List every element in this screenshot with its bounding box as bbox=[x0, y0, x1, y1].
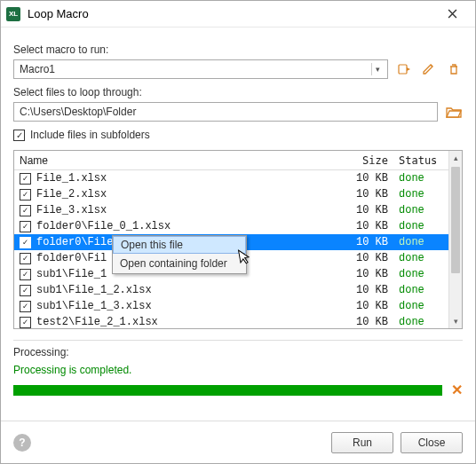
row-checkbox[interactable]: ✓ bbox=[20, 253, 31, 264]
table-row[interactable]: ✓sub1\File_1_2.xlsx10 KBdone bbox=[14, 282, 448, 298]
column-size[interactable]: Size bbox=[349, 154, 393, 167]
row-status: done bbox=[393, 188, 448, 201]
row-filename: folder0\File_0_1.xlsx bbox=[36, 220, 349, 232]
table-row[interactable]: ✓sub1\File_1_3.xlsx10 KBdone bbox=[14, 298, 448, 314]
row-checkbox[interactable]: ✓ bbox=[20, 285, 31, 296]
row-status: done bbox=[393, 204, 448, 216]
dialog-window: XL Loop Macro Select macro to run: Macro… bbox=[0, 0, 476, 464]
window-title: Loop Macro bbox=[28, 7, 434, 20]
processing-status: Processing is completed. bbox=[13, 364, 463, 376]
dialog-footer: ? Run Close bbox=[1, 421, 475, 463]
divider bbox=[13, 340, 463, 341]
row-checkbox[interactable]: ✓ bbox=[20, 205, 31, 216]
context-menu: Open this file Open containing folder bbox=[112, 235, 247, 274]
table-row[interactable]: ✓test2\File_2_1.xlsx10 KBdone bbox=[14, 314, 448, 328]
include-subfolders-label: Include files in subfolders bbox=[30, 129, 150, 141]
table-row[interactable]: ✓File_2.xlsx10 KBdone bbox=[14, 186, 448, 202]
row-size: 10 KB bbox=[349, 172, 393, 185]
window-close-button[interactable] bbox=[434, 2, 470, 27]
macro-select[interactable]: Macro1 ▾ bbox=[13, 59, 388, 79]
table-row[interactable]: ✓File_3.xlsx10 KBdone bbox=[14, 202, 448, 218]
row-checkbox[interactable]: ✓ bbox=[20, 301, 31, 312]
delete-macro-button[interactable] bbox=[445, 60, 463, 78]
row-checkbox[interactable]: ✓ bbox=[20, 269, 31, 280]
row-size: 10 KB bbox=[349, 220, 393, 232]
row-checkbox[interactable]: ✓ bbox=[20, 237, 31, 248]
file-list: Name Size Status ✓File_1.xlsx10 KBdone✓F… bbox=[13, 150, 463, 329]
titlebar: XL Loop Macro bbox=[1, 1, 475, 28]
table-row[interactable]: ✓File_1.xlsx10 KBdone bbox=[14, 170, 448, 186]
cancel-processing-button[interactable]: ✕ bbox=[451, 381, 463, 398]
app-icon: XL bbox=[6, 7, 20, 21]
folder-path-value: C:\Users\Desktop\Folder bbox=[20, 106, 136, 118]
chevron-down-icon: ▾ bbox=[371, 63, 384, 75]
dialog-body: Select macro to run: Macro1 ▾ Select fil… bbox=[1, 28, 475, 421]
row-size: 10 KB bbox=[349, 204, 393, 216]
row-size: 10 KB bbox=[349, 188, 393, 201]
row-size: 10 KB bbox=[349, 252, 393, 264]
row-filename: File_3.xlsx bbox=[36, 204, 349, 216]
close-button[interactable]: Close bbox=[401, 432, 463, 453]
macro-select-label: Select macro to run: bbox=[13, 43, 463, 56]
column-status[interactable]: Status bbox=[393, 154, 448, 167]
scroll-up-button[interactable]: ▴ bbox=[449, 151, 462, 165]
progress-bar bbox=[13, 385, 442, 396]
macro-select-value: Macro1 bbox=[20, 63, 55, 75]
run-selected-macro-button[interactable] bbox=[395, 60, 413, 78]
row-status: done bbox=[393, 172, 448, 185]
scrollbar[interactable]: ▴ ▾ bbox=[448, 151, 462, 328]
row-filename: test2\File_2_1.xlsx bbox=[36, 316, 349, 328]
edit-macro-button[interactable] bbox=[420, 60, 438, 78]
row-size: 10 KB bbox=[349, 236, 393, 248]
row-filename: sub1\File_1_3.xlsx bbox=[36, 300, 349, 312]
context-menu-open-file[interactable]: Open this file bbox=[113, 236, 246, 254]
row-checkbox[interactable]: ✓ bbox=[20, 221, 31, 232]
include-subfolders-checkbox[interactable]: ✓ bbox=[13, 130, 25, 141]
row-size: 10 KB bbox=[349, 316, 393, 328]
row-checkbox[interactable]: ✓ bbox=[20, 189, 31, 201]
scroll-thumb[interactable] bbox=[451, 167, 460, 273]
files-label: Select files to loop through: bbox=[13, 86, 463, 98]
row-size: 10 KB bbox=[349, 284, 393, 296]
row-size: 10 KB bbox=[349, 300, 393, 312]
row-checkbox[interactable]: ✓ bbox=[20, 173, 31, 185]
row-status: done bbox=[393, 284, 448, 296]
row-checkbox[interactable]: ✓ bbox=[20, 317, 31, 328]
row-filename: sub1\File_1_2.xlsx bbox=[36, 284, 349, 296]
row-filename: File_2.xlsx bbox=[36, 188, 349, 201]
row-status: done bbox=[393, 236, 448, 248]
folder-path-input[interactable]: C:\Users\Desktop\Folder bbox=[13, 102, 438, 122]
table-row[interactable]: ✓folder0\File_0_1.xlsx10 KBdone bbox=[14, 218, 448, 234]
help-button[interactable]: ? bbox=[13, 434, 31, 452]
svg-rect-0 bbox=[399, 65, 407, 74]
row-status: done bbox=[393, 300, 448, 312]
row-filename: File_1.xlsx bbox=[36, 172, 349, 185]
context-menu-open-folder[interactable]: Open containing folder bbox=[113, 254, 246, 273]
browse-folder-button[interactable] bbox=[445, 103, 463, 121]
file-list-header: Name Size Status bbox=[14, 151, 448, 170]
run-button[interactable]: Run bbox=[331, 432, 393, 453]
scroll-down-button[interactable]: ▾ bbox=[449, 314, 462, 328]
processing-label: Processing: bbox=[13, 346, 463, 358]
row-status: done bbox=[393, 316, 448, 328]
row-status: done bbox=[393, 268, 448, 280]
row-status: done bbox=[393, 252, 448, 264]
row-status: done bbox=[393, 220, 448, 232]
row-size: 10 KB bbox=[349, 268, 393, 280]
column-name[interactable]: Name bbox=[14, 154, 349, 167]
